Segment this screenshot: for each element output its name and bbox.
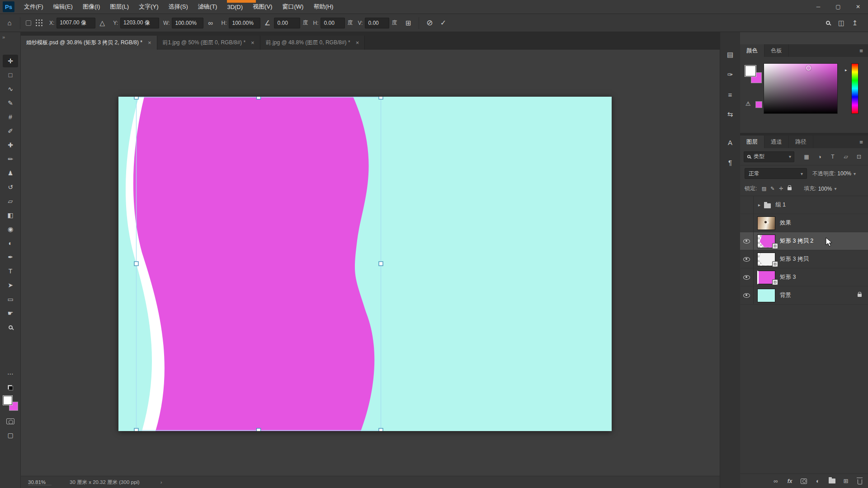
y-input[interactable]	[123, 20, 156, 26]
layer-row-group-1[interactable]: ▸ 组 1	[740, 196, 868, 214]
layer-style-icon[interactable]: fx	[786, 478, 793, 484]
doc-tab-3[interactable]: 前.jpg @ 48.8% (图层 0, RGB/8#) * ×	[260, 36, 365, 50]
menu-file[interactable]: 文件(F)	[19, 0, 48, 14]
search-icon[interactable]	[822, 17, 834, 29]
hue-slider[interactable]	[851, 63, 859, 114]
rectangle-tool[interactable]: ▭	[3, 293, 18, 305]
group-expand-caret[interactable]: ▸	[758, 202, 760, 207]
restore-button[interactable]: ▢	[828, 0, 848, 14]
tab-color[interactable]: 颜色	[740, 44, 764, 57]
blur-tool[interactable]: ◉	[3, 223, 18, 235]
zoom-tool[interactable]	[3, 321, 18, 333]
lock-position-icon[interactable]: ✛	[777, 185, 785, 193]
cancel-transform-icon[interactable]: ⊘	[424, 17, 435, 29]
lasso-tool[interactable]: ∿	[3, 83, 18, 95]
status-options-chevron[interactable]: ›	[160, 479, 162, 485]
tab-layers[interactable]: 图层	[740, 136, 764, 148]
reference-point-checkbox[interactable]	[26, 20, 31, 26]
filter-pixel-layers-icon[interactable]: ▦	[801, 152, 812, 162]
layer-row-rect3-copy2[interactable]: 矩形 3 拷贝 2	[740, 232, 868, 250]
dodge-tool[interactable]: ◐	[3, 237, 18, 249]
filter-adjustment-layers-icon[interactable]: ◑	[814, 152, 825, 162]
history-brush-tool[interactable]: ↺	[3, 181, 18, 193]
crop-tool[interactable]: #	[3, 111, 18, 123]
foreground-color-swatch[interactable]	[3, 395, 13, 405]
layer-row-rect3[interactable]: 矩形 3	[740, 268, 868, 286]
new-layer-icon[interactable]: ⊞	[842, 478, 849, 484]
transform-handle[interactable]	[257, 428, 261, 431]
canvas-workspace[interactable]: 30.81% 30 厘米 x 20.32 厘米 (300 ppi) ›	[21, 50, 720, 488]
menu-edit[interactable]: 编辑(E)	[48, 0, 78, 14]
rotation-input[interactable]	[277, 20, 297, 26]
tab-paths[interactable]: 路径	[789, 136, 813, 148]
lock-image-pixels-icon[interactable]: ✎	[768, 185, 777, 193]
lock-transparent-pixels-icon[interactable]: ▨	[760, 185, 768, 193]
delete-layer-icon[interactable]	[856, 478, 863, 484]
add-layer-mask-icon[interactable]	[800, 479, 807, 484]
spot-healing-brush-tool[interactable]: ✚	[3, 139, 18, 151]
filter-type-layers-icon[interactable]: T	[827, 152, 838, 162]
default-colors-icon[interactable]	[8, 385, 13, 390]
menu-help[interactable]: 帮助(H)	[308, 0, 338, 14]
filter-shape-layers-icon[interactable]: ▱	[840, 152, 851, 162]
visibility-toggle[interactable]	[740, 250, 754, 268]
collapsed-panel-4-icon[interactable]: ⇆	[723, 107, 737, 122]
layer-filter-type-select[interactable]: 类型 ▾	[744, 151, 794, 162]
brush-tool[interactable]: ✏	[3, 153, 18, 165]
move-tool[interactable]: ✛	[3, 55, 18, 67]
height-input[interactable]	[232, 20, 257, 26]
fill-select[interactable]: 100% ▾	[816, 183, 839, 194]
tab-swatches[interactable]: 色板	[764, 44, 789, 57]
visibility-toggle[interactable]	[740, 214, 754, 232]
close-icon[interactable]: ×	[251, 39, 255, 46]
link-layers-icon[interactable]: ∞	[772, 478, 779, 484]
collapsed-panel-1-icon[interactable]: ▤	[723, 47, 737, 62]
filter-smart-objects-icon[interactable]: ⊡	[854, 152, 864, 162]
workspace-switcher-icon[interactable]: ◫	[835, 17, 847, 29]
menu-select[interactable]: 选择(S)	[163, 0, 193, 14]
eyedropper-tool[interactable]: ✐	[3, 125, 18, 137]
panel-menu-icon[interactable]: ≡	[854, 44, 868, 57]
type-tool[interactable]: T	[3, 265, 18, 277]
paragraph-panel-icon[interactable]: ¶	[723, 155, 737, 169]
share-icon[interactable]: ↥	[849, 17, 861, 29]
menu-window[interactable]: 窗口(W)	[277, 0, 308, 14]
tab-channels[interactable]: 通道	[764, 136, 789, 148]
eye-icon[interactable]	[743, 239, 750, 244]
menu-image[interactable]: 图像(I)	[78, 0, 105, 14]
transform-handle[interactable]	[134, 97, 138, 99]
x-input[interactable]	[60, 20, 92, 26]
maintain-aspect-ratio-icon[interactable]: ∞	[204, 17, 216, 29]
rectangular-marquee-tool[interactable]: □	[3, 69, 18, 81]
menu-layer[interactable]: 图层(L)	[105, 0, 134, 14]
adjustment-layer-icon[interactable]: ◐	[814, 478, 821, 484]
transform-handle[interactable]	[379, 428, 383, 431]
new-group-icon[interactable]	[828, 479, 835, 483]
transform-handle[interactable]	[134, 262, 138, 266]
collapsed-panel-3-icon[interactable]: ≡	[723, 87, 737, 102]
eraser-tool[interactable]: ▱	[3, 195, 18, 207]
minimize-button[interactable]: ─	[808, 0, 828, 14]
saturation-brightness-field[interactable]	[764, 63, 838, 114]
transform-handle[interactable]	[379, 97, 383, 99]
interpolation-icon[interactable]: ⊞	[402, 17, 414, 29]
character-panel-icon[interactable]: A	[723, 135, 737, 150]
layer-thumbnail[interactable]	[757, 271, 775, 284]
gamut-warning-icon[interactable]: ⚠	[745, 100, 751, 107]
transform-handle[interactable]	[257, 97, 261, 99]
layer-thumbnail[interactable]	[757, 216, 775, 230]
layer-thumbnail[interactable]	[757, 235, 775, 248]
gamut-color-swatch[interactable]	[755, 101, 762, 108]
doc-tab-1[interactable]: 婚纱模板.psd @ 30.8% (矩形 3 拷贝 2, RGB/8) * ×	[21, 36, 157, 50]
foreground-background-swatches[interactable]	[2, 395, 19, 411]
quick-selection-tool[interactable]: ✎	[3, 97, 18, 109]
visibility-toggle[interactable]	[740, 232, 754, 250]
menu-type[interactable]: 文字(Y)	[134, 0, 163, 14]
clone-stamp-tool[interactable]: ♟	[3, 167, 18, 179]
layer-row-effect[interactable]: 效果	[740, 214, 868, 232]
transform-handle[interactable]	[379, 262, 383, 266]
edit-toolbar-icon[interactable]: ⋯	[3, 367, 18, 380]
visibility-toggle[interactable]	[740, 268, 754, 286]
visibility-toggle[interactable]	[740, 196, 754, 214]
quick-mask-icon[interactable]	[6, 418, 14, 424]
